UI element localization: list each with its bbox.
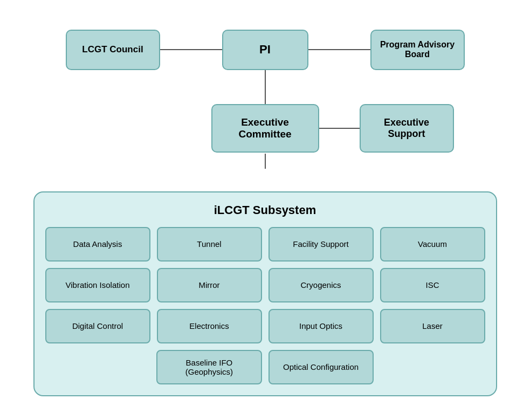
diagram: LCGT Council PI Program Advisory Board E… [17, 24, 513, 396]
isc-box: ISC [380, 268, 485, 302]
mirror-label: Mirror [198, 280, 219, 290]
subsystem-grid: Data Analysis Tunnel Facility Support Va… [45, 227, 485, 343]
program-advisory-box: Program Advisory Board [370, 30, 465, 70]
input-optics-label: Input Optics [299, 321, 342, 331]
isc-label: ISC [425, 280, 439, 290]
executive-committee-label: Executive Committee [219, 116, 312, 140]
facility-support-label: Facility Support [293, 239, 348, 249]
digital-control-box: Digital Control [45, 309, 150, 343]
mirror-box: Mirror [157, 268, 262, 302]
data-analysis-box: Data Analysis [45, 227, 150, 261]
lcgt-council-box: LCGT Council [66, 30, 160, 70]
digital-control-label: Digital Control [72, 321, 123, 331]
laser-box: Laser [380, 309, 485, 343]
lcgt-council-label: LCGT Council [82, 44, 143, 55]
baseline-ifo-label: Baseline IFO (Geophysics) [161, 358, 257, 376]
facility-support-box: Facility Support [269, 227, 374, 261]
tunnel-box: Tunnel [157, 227, 262, 261]
executive-support-label: Executive Support [367, 117, 446, 140]
cryogenics-label: Cryogenics [300, 280, 341, 290]
tunnel-label: Tunnel [197, 239, 221, 249]
pi-label: PI [259, 43, 271, 57]
subsystem-title: iLCGT Subsystem [45, 203, 485, 217]
laser-label: Laser [422, 321, 443, 331]
executive-committee-box: Executive Committee [211, 104, 319, 153]
cryogenics-box: Cryogenics [269, 268, 374, 302]
pi-box: PI [222, 30, 308, 70]
electronics-box: Electronics [157, 309, 262, 343]
subsystem-container: iLCGT Subsystem Data Analysis Tunnel Fac… [33, 191, 497, 396]
vibration-isolation-label: Vibration Isolation [66, 280, 130, 290]
vibration-isolation-box: Vibration Isolation [45, 268, 150, 302]
vacuum-box: Vacuum [380, 227, 485, 261]
input-optics-box: Input Optics [269, 309, 374, 343]
optical-config-label: Optical Configuration [283, 362, 359, 371]
program-advisory-label: Program Advisory Board [378, 40, 457, 59]
optical-config-box: Optical Configuration [269, 350, 374, 384]
baseline-ifo-box: Baseline IFO (Geophysics) [156, 350, 261, 384]
electronics-label: Electronics [189, 321, 229, 331]
subsystem-bottom-row: Baseline IFO (Geophysics) Optical Config… [45, 350, 485, 384]
vacuum-label: Vacuum [418, 239, 447, 249]
executive-support-box: Executive Support [360, 104, 454, 153]
data-analysis-label: Data Analysis [73, 239, 122, 249]
